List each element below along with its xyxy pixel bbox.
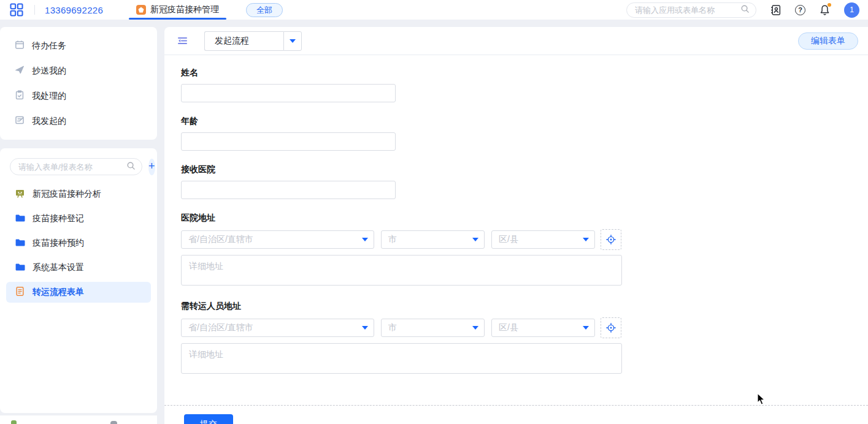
header-divider <box>34 5 35 15</box>
document-edit-icon <box>15 115 25 127</box>
footer-avatar-icon <box>110 421 117 424</box>
form-item-label: 转运流程表单 <box>33 287 84 298</box>
nav-label: 我发起的 <box>32 116 66 127</box>
sidebar-forms-card: + 新冠疫苗接种分析 疫苗接种登记 疫苗接种预约 系统基本设置 转运流程表单 <box>0 148 157 413</box>
flow-dropdown-button[interactable] <box>283 31 302 51</box>
field-label: 需转运人员地址 <box>181 301 868 312</box>
field-label: 姓名 <box>181 67 868 78</box>
transfer-detail-address-input[interactable] <box>181 343 622 374</box>
province-select[interactable]: 省/自治区/直辖市 <box>181 230 374 249</box>
district-select[interactable]: 区/县 <box>491 319 595 337</box>
form-body: 姓名 年龄 接收医院 医院地址 省/自治区/直辖市 市 <box>164 55 868 376</box>
field-hospital-address: 医院地址 省/自治区/直辖市 市 区/县 <box>181 213 868 287</box>
crosshair-icon <box>605 234 616 245</box>
start-flow-split-button: 发起流程 <box>204 31 302 51</box>
filter-all-pill[interactable]: 全部 <box>246 3 283 17</box>
province-select[interactable]: 省/自治区/直辖市 <box>181 319 374 337</box>
account-phone[interactable]: 13369692226 <box>45 5 103 15</box>
hospital-input[interactable] <box>181 181 396 199</box>
field-transfer-address: 需转运人员地址 省/自治区/直辖市 市 区/县 <box>181 301 868 376</box>
crosshair-icon <box>605 322 616 333</box>
sidebar-item-initiated-by-me[interactable]: 我发起的 <box>0 108 157 134</box>
sidebar-item-todo-tasks[interactable]: 待办任务 <box>0 33 157 58</box>
add-form-button[interactable]: + <box>148 159 155 175</box>
tab-label: 新冠疫苗接种管理 <box>150 4 219 15</box>
folder-icon <box>15 262 25 274</box>
form-doc-icon <box>15 286 25 298</box>
form-toolbar: 发起流程 编辑表单 <box>164 27 868 55</box>
folder-icon <box>15 237 25 249</box>
form-item-label: 系统基本设置 <box>33 262 84 273</box>
sidebar-item-transfer-flow-form[interactable]: 转运流程表单 <box>6 282 151 303</box>
sidebar-item-system-settings[interactable]: 系统基本设置 <box>6 257 151 278</box>
name-input[interactable] <box>181 84 396 102</box>
sidebar-item-vaccine-analysis[interactable]: 新冠疫苗接种分析 <box>6 184 151 205</box>
chevron-down-icon <box>472 326 478 333</box>
locate-button[interactable] <box>601 317 621 338</box>
chevron-down-icon <box>290 39 296 46</box>
footer-leaf-icon <box>11 420 17 424</box>
field-label: 接收医院 <box>181 164 868 175</box>
form-search-input[interactable] <box>18 162 126 172</box>
header-search-input[interactable] <box>635 6 740 15</box>
form-search[interactable] <box>10 158 142 175</box>
district-select[interactable]: 区/县 <box>491 230 595 249</box>
header-search[interactable] <box>626 2 756 18</box>
search-icon <box>740 4 750 15</box>
edit-form-button[interactable]: 编辑表单 <box>798 32 858 50</box>
chevron-down-icon <box>362 326 368 333</box>
chevron-down-icon <box>362 238 368 244</box>
help-icon[interactable]: ? <box>795 5 805 15</box>
nav-label: 抄送我的 <box>32 66 66 77</box>
top-header: 13369692226 新冠疫苗接种管理 全部 ? 1 <box>0 0 868 20</box>
age-input[interactable] <box>181 132 396 151</box>
tab-vaccine-app[interactable]: 新冠疫苗接种管理 <box>129 0 226 20</box>
nav-label: 待办任务 <box>32 40 66 51</box>
sidebar-nav-card: 待办任务 抄送我的 我处理的 我发起的 <box>0 27 157 140</box>
form-item-label: 新冠疫苗接种分析 <box>33 189 101 200</box>
clipboard-check-icon <box>15 90 25 102</box>
sidebar: 待办任务 抄送我的 我处理的 我发起的 <box>0 27 157 424</box>
sidebar-item-cc-to-me[interactable]: 抄送我的 <box>0 58 157 83</box>
field-age: 年龄 <box>181 116 868 151</box>
field-hospital: 接收医院 <box>181 164 868 199</box>
field-label: 医院地址 <box>181 213 868 224</box>
chevron-down-icon <box>583 238 589 244</box>
hospital-detail-address-input[interactable] <box>181 255 622 286</box>
calendar-icon <box>15 40 25 51</box>
notification-bell-icon[interactable] <box>819 4 831 16</box>
app-grid-icon[interactable] <box>10 3 23 17</box>
form-bottom-divider <box>164 405 868 406</box>
app-icon <box>136 5 146 15</box>
sidebar-item-processed-by-me[interactable]: 我处理的 <box>0 83 157 108</box>
sidebar-item-vaccine-registration[interactable]: 疫苗接种登记 <box>6 208 151 229</box>
notification-dot <box>828 3 831 7</box>
field-label: 年龄 <box>181 116 868 127</box>
paper-plane-icon <box>15 65 25 77</box>
dashboard-icon <box>15 188 25 200</box>
user-avatar[interactable]: 1 <box>844 2 859 18</box>
search-icon <box>126 161 136 172</box>
contacts-icon[interactable] <box>770 4 782 16</box>
main-panel: 发起流程 编辑表单 姓名 年龄 接收医院 医院地址 <box>164 27 868 424</box>
city-select[interactable]: 市 <box>381 319 485 337</box>
form-item-label: 疫苗接种登记 <box>33 213 84 224</box>
chevron-down-icon <box>583 326 589 333</box>
city-select[interactable]: 市 <box>381 230 485 249</box>
folder-icon <box>15 213 25 225</box>
form-item-label: 疫苗接种预约 <box>33 238 84 249</box>
chevron-down-icon <box>472 238 478 244</box>
sidebar-footer <box>0 415 157 424</box>
collapse-sidebar-icon[interactable] <box>177 36 188 46</box>
nav-label: 我处理的 <box>32 91 66 102</box>
start-flow-button[interactable]: 发起流程 <box>204 31 283 51</box>
submit-button[interactable]: 提交 <box>184 414 233 424</box>
sidebar-item-vaccine-appointment[interactable]: 疫苗接种预约 <box>6 233 151 254</box>
field-name: 姓名 <box>181 67 868 102</box>
locate-button[interactable] <box>601 229 621 250</box>
